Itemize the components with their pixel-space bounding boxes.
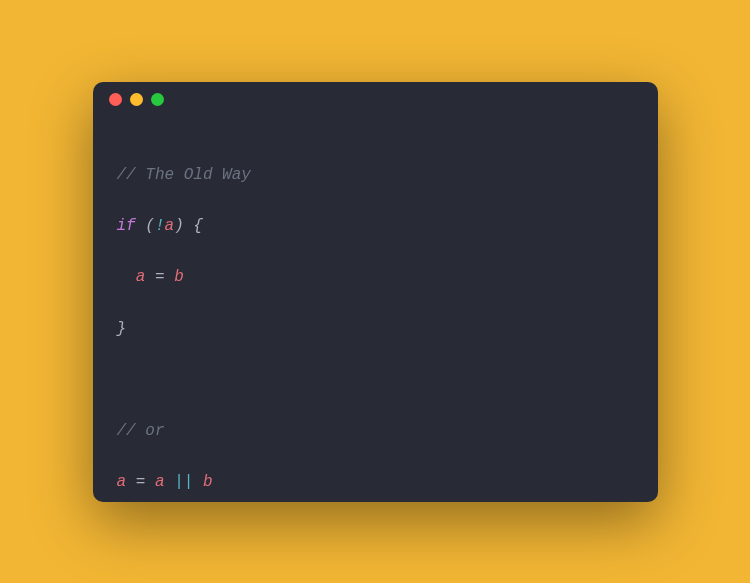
code-editor: // The Old Way if (!a) { a = b } // or a… xyxy=(93,118,658,502)
variable-a: a xyxy=(165,217,175,235)
close-icon[interactable] xyxy=(109,93,122,106)
variable-a: a xyxy=(136,268,146,286)
variable-a: a xyxy=(117,473,127,491)
keyword-if: if xyxy=(117,217,136,235)
paren-close-brace: ) { xyxy=(174,217,203,235)
operator-assign: = xyxy=(145,268,174,286)
variable-a: a xyxy=(155,473,165,491)
operator-assign: = xyxy=(126,473,155,491)
operator-or: || xyxy=(165,473,203,491)
window-titlebar xyxy=(93,82,658,118)
paren-open: ( xyxy=(136,217,155,235)
variable-b: b xyxy=(174,268,184,286)
operator-not: ! xyxy=(155,217,165,235)
indent xyxy=(117,268,136,286)
variable-b: b xyxy=(203,473,213,491)
comment-or: // or xyxy=(117,422,165,440)
maximize-icon[interactable] xyxy=(151,93,164,106)
minimize-icon[interactable] xyxy=(130,93,143,106)
comment-old-way: // The Old Way xyxy=(117,166,251,184)
code-window: // The Old Way if (!a) { a = b } // or a… xyxy=(93,82,658,502)
brace-close: } xyxy=(117,320,127,338)
